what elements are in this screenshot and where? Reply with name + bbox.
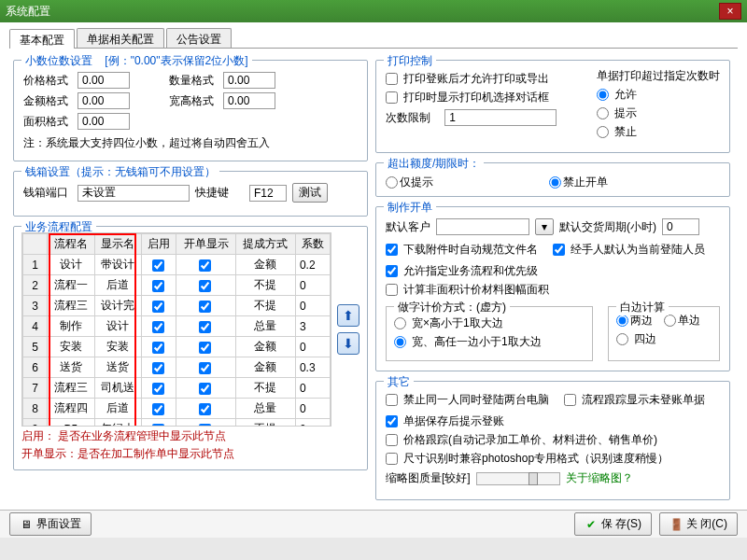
- table-row[interactable]: 5安装安装金额0: [23, 337, 331, 357]
- cashbox-hotkey-label: 快捷键: [195, 185, 244, 201]
- door-icon: 🚪: [669, 518, 683, 531]
- bizflow-help1: 启用： 是否在业务流程管理中显示此节点: [21, 428, 359, 444]
- edge-one[interactable]: [664, 315, 676, 327]
- cashbox-test-button[interactable]: 测试: [292, 183, 328, 203]
- qty-format-input[interactable]: [223, 72, 275, 89]
- cashbox-port-input[interactable]: [78, 185, 190, 202]
- check-icon: ✔: [585, 518, 598, 531]
- enable-checkbox[interactable]: [152, 362, 164, 374]
- ui-setup-button[interactable]: 🖥界面设置: [9, 512, 92, 536]
- print-title: 打印控制: [384, 53, 436, 69]
- calc-opt2[interactable]: [394, 336, 406, 348]
- other-chk1[interactable]: [386, 394, 398, 406]
- print-chk1[interactable]: [386, 73, 398, 85]
- show-checkbox[interactable]: [199, 280, 211, 292]
- other-title: 其它: [384, 374, 414, 390]
- other-chk4[interactable]: [386, 434, 398, 446]
- customer-lookup-button[interactable]: ▾: [535, 218, 554, 235]
- open-chk3[interactable]: [386, 265, 398, 277]
- wh-format-input[interactable]: [223, 92, 275, 109]
- tab-notice[interactable]: 公告设置: [166, 28, 232, 48]
- window-title: 系统配置: [6, 4, 719, 20]
- other-chk5[interactable]: [386, 453, 398, 465]
- close-button[interactable]: 🚪关 闭(C): [659, 512, 738, 536]
- other-chk3[interactable]: [386, 415, 398, 427]
- table-row[interactable]: 9P5年纪大不提0: [23, 419, 331, 427]
- open-chk4[interactable]: [386, 284, 398, 296]
- print-chk2[interactable]: [386, 91, 398, 104]
- table-row[interactable]: 3流程三设计完不提0: [23, 296, 331, 316]
- bizflow-group: 业务流程配置 流程名显示名启用开单显示提成方式系数1设计带设计金额0.22流程一…: [13, 226, 368, 470]
- enable-checkbox[interactable]: [152, 403, 164, 415]
- openorder-title: 制作开单: [384, 200, 436, 216]
- thumb-quality-slider[interactable]: [476, 472, 560, 485]
- tab-docs[interactable]: 单据相关配置: [77, 28, 164, 48]
- table-row[interactable]: 2流程一后道不提0: [23, 275, 331, 296]
- move-up-button[interactable]: ⬆: [337, 304, 359, 327]
- table-row[interactable]: 8流程四后道总量0: [23, 399, 331, 419]
- enable-checkbox[interactable]: [152, 259, 164, 272]
- print-over-prompt[interactable]: [597, 107, 609, 119]
- open-chk1[interactable]: [386, 244, 398, 256]
- calc-opt1[interactable]: [394, 317, 406, 329]
- open-chk2[interactable]: [553, 244, 565, 256]
- print-over-label: 单据打印超过指定次数时: [597, 68, 720, 84]
- edge-four[interactable]: [616, 333, 628, 345]
- overdue-title: 超出额度/期限时：: [384, 156, 484, 172]
- save-button[interactable]: ✔保 存(S): [574, 512, 652, 536]
- move-down-button[interactable]: ⬇: [337, 332, 359, 355]
- print-over-forbid[interactable]: [597, 126, 609, 138]
- cycle-input[interactable]: [662, 218, 699, 235]
- openorder-group: 制作开单 默认客户 ▾ 默认交货周期(小时) 下载附件时自动规范文件名 经手人默…: [375, 206, 730, 371]
- qty-format-label: 数量格式: [169, 73, 218, 89]
- overdue-forbid[interactable]: [549, 176, 561, 189]
- enable-checkbox[interactable]: [152, 301, 164, 313]
- bizflow-grid[interactable]: 流程名显示名启用开单显示提成方式系数1设计带设计金额0.22流程一后道不提03流…: [21, 232, 331, 427]
- default-customer-label: 默认客户: [386, 219, 430, 235]
- edge-two[interactable]: [616, 315, 628, 327]
- footer-bar: 🖥界面设置 ✔保 存(S) 🚪关 闭(C): [0, 510, 747, 538]
- show-checkbox[interactable]: [199, 342, 211, 354]
- overdue-group: 超出额度/期限时： 仅提示 禁止开单: [375, 162, 730, 197]
- print-group: 打印控制 打印登账后才允许打印或导出 打印时显示打印机选择对话框 次数限制 单据…: [375, 60, 730, 153]
- print-limit-input[interactable]: [444, 109, 557, 126]
- enable-checkbox[interactable]: [152, 280, 164, 292]
- show-checkbox[interactable]: [199, 362, 211, 374]
- price-format-input[interactable]: [78, 72, 130, 89]
- enable-checkbox[interactable]: [152, 383, 164, 395]
- table-row[interactable]: 7流程三司机送不提0: [23, 378, 331, 399]
- enable-checkbox[interactable]: [152, 424, 164, 427]
- area-format-input[interactable]: [78, 113, 130, 130]
- layout-icon: 🖥: [20, 518, 33, 531]
- table-row[interactable]: 1设计带设计金额0.2: [23, 255, 331, 275]
- enable-checkbox[interactable]: [152, 342, 164, 354]
- about-thumbnail-link[interactable]: 关于缩略图？: [566, 470, 633, 486]
- table-row[interactable]: 4制作设计总量3: [23, 316, 331, 337]
- show-checkbox[interactable]: [199, 301, 211, 313]
- show-checkbox[interactable]: [199, 259, 211, 272]
- decimal-note: 注：系统最大支持四位小数，超过将自动四舍五入: [23, 135, 358, 151]
- enable-checkbox[interactable]: [152, 321, 164, 333]
- decimal-group: 小数位数设置 [例："0.00"表示保留2位小数] 价格格式 数量格式 金额格式…: [13, 60, 368, 161]
- show-checkbox[interactable]: [199, 321, 211, 333]
- price-format-label: 价格格式: [23, 73, 72, 89]
- overdue-prompt[interactable]: [386, 176, 398, 189]
- bizflow-help2: 开单显示：是否在加工制作单中显示此节点: [21, 446, 359, 462]
- default-customer-input[interactable]: [436, 218, 529, 235]
- amount-format-input[interactable]: [78, 92, 130, 109]
- show-checkbox[interactable]: [199, 383, 211, 395]
- area-format-label: 面积格式: [23, 114, 72, 130]
- show-checkbox[interactable]: [199, 403, 211, 415]
- cashbox-title: 钱箱设置（提示：无钱箱可不用设置）: [21, 164, 219, 180]
- close-icon[interactable]: ×: [719, 3, 741, 20]
- thumb-quality-label: 缩略图质量[较好]: [386, 470, 471, 486]
- main-content: 基本配置 单据相关配置 公告设置 小数位数设置 [例："0.00"表示保留2位小…: [0, 22, 747, 538]
- cashbox-hotkey-input[interactable]: [249, 185, 287, 202]
- table-row[interactable]: 6送货送货金额0.3: [23, 357, 331, 378]
- tab-basic[interactable]: 基本配置: [9, 29, 75, 49]
- print-over-allow[interactable]: [597, 89, 609, 101]
- other-group: 其它 禁止同一人同时登陆两台电脑 流程跟踪显示未登账单据 单据保存后提示登账 价…: [375, 381, 730, 500]
- decimal-title: 小数位数设置 [例："0.00"表示保留2位小数]: [21, 53, 252, 69]
- other-chk2[interactable]: [564, 394, 576, 406]
- show-checkbox[interactable]: [199, 424, 211, 427]
